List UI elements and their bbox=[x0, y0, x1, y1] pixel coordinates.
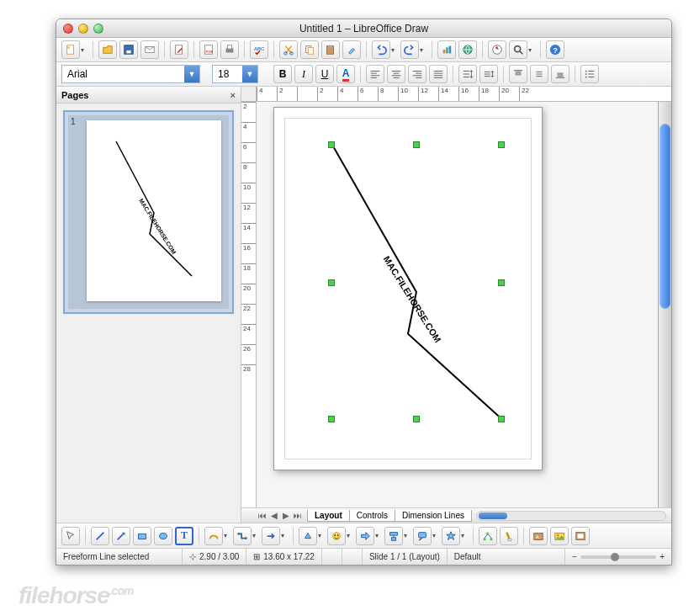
page-thumbnail-selected[interactable]: 1 MAC.FILEHORSE.COM bbox=[63, 110, 234, 314]
hyperlink-button[interactable] bbox=[458, 40, 477, 59]
navigator-button[interactable] bbox=[488, 40, 506, 59]
tab-dimension-lines[interactable]: Dimension Lines bbox=[395, 510, 472, 522]
gallery-button[interactable] bbox=[571, 527, 590, 545]
email-button[interactable] bbox=[140, 40, 159, 59]
block-arrows-button[interactable] bbox=[356, 527, 374, 545]
flowchart-button[interactable] bbox=[384, 527, 403, 545]
underline-button[interactable]: U bbox=[315, 65, 334, 83]
curve-tool-button[interactable] bbox=[204, 527, 223, 545]
vertical-scrollbar[interactable] bbox=[658, 102, 671, 507]
copy-button[interactable] bbox=[300, 40, 319, 59]
arrows-dropdown-icon[interactable]: ▾ bbox=[281, 532, 288, 539]
redo-button[interactable] bbox=[400, 40, 419, 59]
canvas-viewport[interactable]: MAC.FILEHORSE.COM bbox=[257, 102, 658, 507]
paste-button[interactable] bbox=[321, 40, 340, 59]
ruler-horizontal[interactable]: 4 2 2 4 6 8 10 12 14 16 18 20 22 bbox=[257, 87, 671, 102]
connector-dropdown-icon[interactable]: ▾ bbox=[252, 532, 259, 539]
font-name-combo[interactable]: Arial ▼ bbox=[61, 65, 200, 83]
format-paintbrush-button[interactable] bbox=[342, 40, 361, 59]
bold-button[interactable]: B bbox=[273, 65, 292, 83]
rectangle-tool-button[interactable] bbox=[133, 527, 151, 545]
decrease-spacing-button[interactable] bbox=[479, 65, 498, 83]
increase-spacing-button[interactable] bbox=[458, 65, 477, 83]
tab-layout[interactable]: Layout bbox=[307, 510, 350, 522]
zoom-button[interactable] bbox=[509, 40, 527, 59]
scrollbar-thumb[interactable] bbox=[479, 512, 507, 519]
font-color-button[interactable]: A bbox=[336, 65, 355, 83]
connector-tool-button[interactable] bbox=[233, 527, 252, 545]
selection-handle[interactable] bbox=[498, 279, 505, 286]
selection-handle[interactable] bbox=[328, 416, 335, 422]
tab-prev-icon[interactable]: ◀ bbox=[268, 511, 280, 520]
tab-next-icon[interactable]: ▶ bbox=[280, 511, 292, 520]
symbol-dropdown-icon[interactable]: ▾ bbox=[347, 532, 353, 539]
dropdown-arrow-icon[interactable]: ▼ bbox=[184, 66, 199, 82]
lines-arrows-tool-button[interactable] bbox=[262, 527, 280, 545]
basic-dropdown-icon[interactable]: ▾ bbox=[318, 532, 325, 539]
tab-first-icon[interactable]: ⏮ bbox=[257, 511, 268, 520]
bullets-button[interactable] bbox=[580, 65, 599, 83]
selection-handle[interactable] bbox=[498, 416, 505, 422]
undo-button[interactable] bbox=[372, 40, 390, 59]
curve-dropdown-icon[interactable]: ▾ bbox=[224, 532, 230, 539]
zoom-dropdown-icon[interactable]: ▾ bbox=[528, 46, 535, 54]
arrow-tool-button[interactable] bbox=[112, 527, 130, 545]
zoom-out-button[interactable]: − bbox=[572, 552, 577, 561]
italic-button[interactable]: I bbox=[294, 65, 313, 83]
export-pdf-button[interactable]: PDF bbox=[199, 40, 218, 59]
align-center-button[interactable] bbox=[387, 65, 405, 83]
tab-controls[interactable]: Controls bbox=[349, 510, 395, 522]
selection-handle[interactable] bbox=[413, 416, 420, 422]
align-left-button[interactable] bbox=[366, 65, 384, 83]
edit-points-button[interactable] bbox=[479, 527, 497, 545]
selection-handle[interactable] bbox=[413, 141, 420, 148]
status-page-style[interactable]: Default bbox=[448, 549, 566, 565]
zoom-in-button[interactable]: + bbox=[660, 552, 665, 561]
spellcheck-button[interactable]: ABC bbox=[250, 40, 268, 59]
align-top-button[interactable] bbox=[509, 65, 527, 83]
basic-shapes-button[interactable] bbox=[299, 527, 317, 545]
symbol-shapes-button[interactable] bbox=[327, 527, 346, 545]
star-dropdown-icon[interactable]: ▾ bbox=[461, 532, 468, 539]
text-tool-button[interactable]: T bbox=[175, 527, 193, 545]
dropdown-arrow-icon[interactable]: ▼ bbox=[242, 66, 257, 82]
scrollbar-thumb[interactable] bbox=[660, 124, 670, 309]
open-button[interactable] bbox=[98, 40, 117, 59]
ruler-vertical[interactable]: 2 4 6 8 10 12 14 16 18 20 22 24 26 28 bbox=[241, 102, 257, 507]
cut-button[interactable] bbox=[279, 40, 298, 59]
horizontal-scrollbar[interactable] bbox=[476, 511, 666, 521]
tab-last-icon[interactable]: ⏭ bbox=[292, 511, 304, 520]
chart-button[interactable] bbox=[437, 40, 456, 59]
redo-dropdown-icon[interactable]: ▾ bbox=[420, 46, 426, 54]
zoom-slider-knob[interactable] bbox=[611, 553, 619, 561]
font-size-combo[interactable]: 18 ▼ bbox=[212, 65, 258, 83]
align-bottom-button[interactable] bbox=[551, 65, 570, 83]
drawing-page[interactable]: MAC.FILEHORSE.COM bbox=[273, 107, 543, 470]
stars-button[interactable] bbox=[442, 527, 460, 545]
print-button[interactable] bbox=[220, 40, 239, 59]
zoom-slider[interactable] bbox=[580, 555, 656, 559]
undo-dropdown-icon[interactable]: ▾ bbox=[391, 46, 398, 54]
ruler-corner[interactable] bbox=[241, 87, 257, 102]
callouts-button[interactable] bbox=[413, 527, 432, 545]
flow-dropdown-icon[interactable]: ▾ bbox=[404, 532, 411, 539]
callout-dropdown-icon[interactable]: ▾ bbox=[432, 532, 439, 539]
selection-handle[interactable] bbox=[498, 141, 505, 148]
ellipse-tool-button[interactable] bbox=[154, 527, 172, 545]
align-right-button[interactable] bbox=[408, 65, 426, 83]
align-justify-button[interactable] bbox=[429, 65, 448, 83]
align-vcenter-button[interactable] bbox=[530, 65, 548, 83]
edit-file-button[interactable] bbox=[170, 40, 188, 59]
new-button[interactable] bbox=[61, 40, 80, 59]
titlebar[interactable]: Untitled 1 – LibreOffice Draw bbox=[56, 19, 671, 38]
save-button[interactable] bbox=[119, 40, 138, 59]
selection-handle[interactable] bbox=[328, 279, 335, 286]
glue-points-button[interactable] bbox=[500, 527, 518, 545]
close-panel-button[interactable]: × bbox=[230, 90, 236, 100]
fontwork-button[interactable]: A bbox=[529, 527, 548, 545]
new-dropdown-icon[interactable]: ▾ bbox=[81, 46, 87, 54]
selection-handle[interactable] bbox=[328, 141, 335, 148]
block-dropdown-icon[interactable]: ▾ bbox=[375, 532, 382, 539]
select-tool-button[interactable] bbox=[61, 527, 80, 545]
help-button[interactable]: ? bbox=[546, 40, 564, 59]
